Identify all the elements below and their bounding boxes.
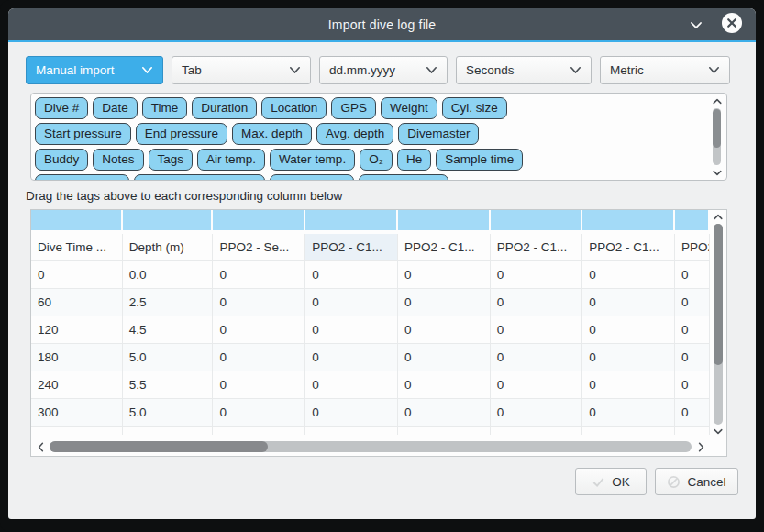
table-cell: 0 (305, 316, 398, 344)
tag-chip[interactable]: Notes (93, 149, 143, 171)
table-cell: 0 (213, 261, 305, 289)
column-header: PPO2 (675, 234, 710, 261)
date-format-combobox[interactable]: dd.mm.yyyy (319, 56, 448, 84)
column-header: PPO2 - Se... (213, 234, 305, 261)
table-cell: 0 (398, 316, 491, 344)
scroll-down-icon[interactable] (710, 426, 726, 437)
field-separator-combobox[interactable]: Tab (172, 56, 311, 84)
preview-table: Dive Time ...Depth (m)PPO2 - Se...PPO2 -… (30, 209, 727, 457)
ok-button[interactable]: OK (575, 468, 647, 495)
close-icon (721, 12, 743, 38)
tag-chip[interactable]: Sample CNS (359, 174, 448, 181)
table-cell: 0 (213, 316, 305, 344)
scroll-up-icon[interactable] (710, 211, 726, 222)
table-cell: 0 (582, 261, 675, 289)
table-cell: 0 (398, 399, 491, 427)
chevron-down-icon (289, 66, 301, 74)
tag-chip[interactable]: Sample temperature (134, 174, 264, 181)
import-mode-value: Manual import (36, 63, 115, 77)
tag-chip[interactable]: Max. depth (232, 123, 312, 145)
table-cell: 0.0 (123, 261, 214, 289)
scroll-right-icon[interactable] (693, 438, 708, 456)
tag-chip[interactable]: Sample time (436, 149, 523, 171)
scrollbar-thumb[interactable] (50, 441, 268, 452)
table-cell: 0 (582, 371, 675, 399)
tag-chip[interactable]: Avg. depth (316, 123, 393, 145)
scrollbar-thumb[interactable] (714, 224, 723, 365)
tag-chip[interactable]: Duration (192, 97, 257, 119)
column-drop-zone[interactable] (582, 210, 675, 234)
header-row: Dive Time ...Depth (m)PPO2 - Se...PPO2 -… (31, 234, 710, 261)
cancel-label: Cancel (687, 475, 725, 489)
duration-format-combobox[interactable]: Seconds (456, 56, 592, 84)
tag-chip[interactable]: O₂ (360, 149, 393, 171)
tag-chip[interactable]: Tags (149, 149, 194, 171)
duration-format-value: Seconds (466, 63, 515, 77)
table-horizontal-scrollbar[interactable] (31, 438, 710, 456)
column-drop-zone[interactable] (213, 210, 305, 234)
shade-button[interactable] (684, 8, 708, 40)
titlebar[interactable]: Import dive log file (8, 8, 756, 42)
table-vertical-scrollbar[interactable] (710, 210, 726, 438)
import-mode-combobox[interactable]: Manual import (26, 56, 163, 84)
table-row: 2405.5000000 (31, 371, 710, 399)
tag-chip[interactable]: Location (261, 97, 327, 119)
table-row: 1805.0000000 (31, 344, 710, 371)
table-cell (582, 427, 675, 435)
chevron-down-icon (426, 66, 437, 74)
column-drop-zone[interactable] (491, 210, 583, 234)
table-cell: 300 (31, 399, 123, 427)
partial-row (31, 427, 710, 435)
column-drop-zone[interactable] (675, 210, 710, 234)
table-cell: 0 (491, 261, 583, 289)
scroll-up-icon[interactable] (710, 95, 724, 106)
tag-chip[interactable]: Water temp. (270, 149, 355, 171)
table-cell: 0 (675, 316, 710, 344)
table-cell: 0 (305, 289, 398, 316)
tag-chip[interactable]: Sample pO₂ (270, 174, 355, 181)
table-cell: 120 (31, 316, 123, 344)
dialog-buttons: OK Cancel (26, 468, 738, 495)
tag-chip[interactable]: Start pressure (35, 123, 131, 145)
table-cell (491, 427, 583, 435)
ok-label: OK (612, 475, 630, 489)
scrollbar-thumb[interactable] (713, 109, 721, 148)
tag-chip[interactable]: Date (93, 97, 138, 119)
table-cell: 5.0 (123, 399, 214, 427)
table-grid: Dive Time ...Depth (m)PPO2 - Se...PPO2 -… (31, 210, 710, 435)
column-header: Depth (m) (123, 234, 214, 261)
table-cell: 0 (675, 344, 710, 371)
table-cell: 0 (213, 289, 305, 316)
tag-rows: Dive #DateTimeDurationLocationGPSWeightC… (35, 97, 704, 181)
tag-chip[interactable]: Cyl. size (442, 97, 507, 119)
tag-chip[interactable]: He (397, 149, 431, 171)
tag-chip[interactable]: Sample depth (35, 174, 129, 181)
units-combobox[interactable]: Metric (600, 56, 730, 84)
tag-chip[interactable]: End pressure (136, 123, 227, 145)
table-cell: 0 (213, 371, 305, 399)
tag-chip[interactable]: GPS (331, 97, 376, 119)
window-frame: Import dive log file Manual importTabdd.… (0, 0, 764, 532)
cancel-button[interactable]: Cancel (655, 468, 738, 495)
tag-list-scrollbar[interactable] (710, 94, 724, 179)
table-cell: 0 (398, 261, 491, 289)
tag-chip[interactable]: Buddy (35, 149, 88, 171)
chevron-down-icon (690, 17, 703, 33)
table-cell: 0 (491, 399, 583, 427)
column-drop-zone[interactable] (305, 210, 398, 234)
column-drop-zone[interactable] (398, 210, 491, 234)
tag-chip[interactable]: Time (142, 97, 188, 119)
table-cell: 0 (398, 371, 491, 399)
import-options-row: Manual importTabdd.mm.yyyySecondsMetric (26, 56, 738, 84)
tag-chip[interactable]: Air temp. (197, 149, 265, 171)
tag-chip[interactable]: Divemaster (398, 123, 479, 145)
tag-chip[interactable]: Weight (381, 97, 437, 119)
tag-chip[interactable]: Dive # (35, 97, 88, 119)
table-cell: 5.5 (123, 371, 214, 399)
scroll-down-icon[interactable] (710, 167, 724, 178)
column-header: PPO2 - C1... (582, 234, 675, 261)
column-drop-zone[interactable] (31, 210, 123, 234)
column-drop-zone[interactable] (123, 210, 214, 234)
close-button[interactable] (719, 8, 745, 40)
scroll-left-icon[interactable] (33, 438, 48, 456)
